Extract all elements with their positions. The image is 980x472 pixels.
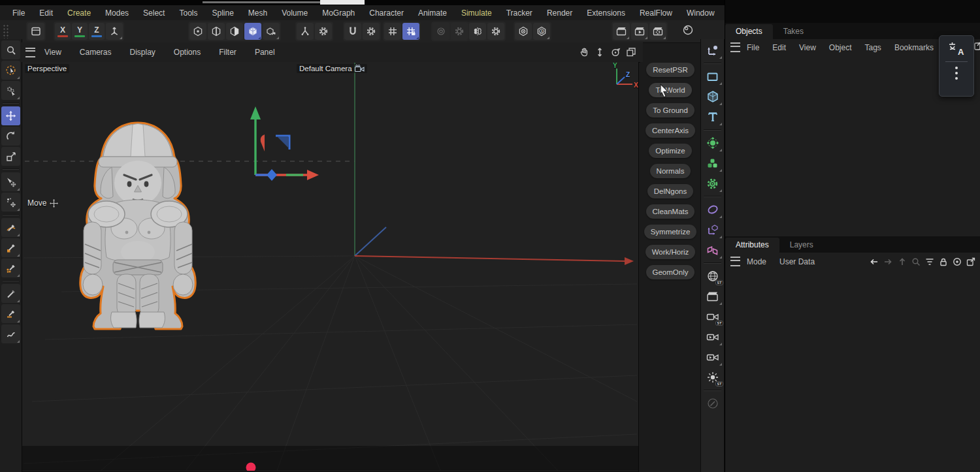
rotate-tool[interactable] [1, 127, 20, 146]
objects-menu-view[interactable]: View [792, 43, 823, 52]
tweak-mode-button[interactable] [297, 23, 314, 40]
motext-icon[interactable] [703, 108, 723, 126]
edges-mode-button[interactable] [208, 23, 225, 40]
menu-extensions[interactable]: Extensions [580, 8, 632, 18]
soft-selection-move-tool[interactable] [1, 193, 20, 212]
menu-file[interactable]: File [5, 8, 32, 18]
symmetry-mirror-button[interactable] [469, 23, 486, 40]
geomonly-button[interactable]: GeomOnly [646, 265, 695, 279]
optimize-button[interactable]: Optimize [649, 144, 691, 158]
target-settings-gear-icon-disabled[interactable] [451, 23, 468, 40]
viewport-camera-label[interactable]: Default Camera [297, 64, 367, 73]
attributes-menu-hamburger-icon[interactable] [730, 257, 740, 266]
attributes-menu-user-data[interactable]: User Data [773, 257, 821, 266]
track-focus-icon[interactable] [953, 257, 962, 266]
tab-objects[interactable]: Objects [725, 24, 773, 39]
filter-icon[interactable] [925, 258, 934, 266]
parent-up-icon[interactable] [898, 257, 907, 266]
menu-mograph[interactable]: MoGraph [315, 8, 362, 18]
to-ground-button[interactable]: To Ground [646, 103, 694, 118]
orbit-rotate-icon[interactable] [610, 47, 621, 57]
tab-layers[interactable]: Layers [779, 238, 824, 253]
knife-tool[interactable] [1, 284, 20, 303]
menu-modes[interactable]: Modes [98, 8, 136, 18]
symmetry-object-icon[interactable] [703, 241, 723, 259]
lock-icon[interactable] [939, 257, 948, 266]
subdivision-surface-icon[interactable] [703, 134, 723, 152]
cursor-move-tool[interactable] [1, 172, 20, 191]
sculpt-smear-tool[interactable] [1, 324, 20, 343]
make-editable-button[interactable] [27, 23, 44, 40]
pan-hand-icon[interactable] [579, 47, 589, 57]
translate-icon[interactable]: A [948, 40, 965, 57]
viewport-menu-cameras[interactable]: Cameras [71, 48, 121, 57]
tab-attributes[interactable]: Attributes [725, 238, 779, 253]
menu-realflow[interactable]: RealFlow [632, 8, 679, 18]
history-back-icon[interactable] [869, 257, 879, 266]
scale-tool[interactable] [1, 147, 20, 166]
line-cut-pen-tool[interactable] [1, 304, 20, 323]
menu-animate[interactable]: Animate [411, 8, 454, 18]
live-selection-tool[interactable] [1, 61, 20, 80]
model-mode-button[interactable] [244, 23, 261, 40]
sky-environment-icon[interactable]: ST [703, 267, 723, 285]
object-mode-button[interactable] [263, 23, 280, 40]
menu-tracker[interactable]: Tracker [499, 8, 540, 18]
auto-axis-button[interactable]: A [533, 23, 550, 40]
tool-settings-gears[interactable] [1, 81, 20, 100]
move-tool-selected[interactable] [1, 106, 20, 125]
point-pen-tool[interactable] [1, 259, 20, 277]
stage-clapper-icon[interactable] [703, 287, 723, 306]
spline-circle-icon[interactable] [703, 200, 723, 219]
kebab-menu-icon[interactable] [955, 66, 958, 80]
points-mode-button[interactable] [189, 23, 206, 40]
attributes-search-icon[interactable] [911, 257, 921, 266]
volume-builder-icon[interactable] [703, 154, 723, 172]
detach-panel-icon[interactable] [966, 257, 975, 266]
normals-button[interactable]: Normals [650, 164, 691, 178]
spline-pen-icon[interactable] [703, 41, 723, 59]
light-st-icon[interactable]: ST [703, 368, 723, 386]
render-settings-button[interactable] [649, 23, 666, 40]
disabled-pen-icon[interactable] [703, 394, 723, 413]
toggle-view-layout-icon[interactable] [626, 47, 636, 57]
viewport-menu-view[interactable]: View [35, 48, 71, 57]
viewport-menu-options[interactable]: Options [165, 48, 210, 57]
delngons-button[interactable]: DelNgons [647, 184, 694, 198]
gladiator-model[interactable] [72, 116, 204, 331]
interactive-render-region-button[interactable] [679, 22, 696, 39]
dolly-zoom-icon[interactable] [595, 47, 605, 57]
menu-render[interactable]: Render [540, 8, 580, 18]
workhoriz-button[interactable]: Work/Horiz [645, 245, 696, 259]
symmetry-settings-gear-icon[interactable] [487, 23, 504, 40]
zoom-tool[interactable] [1, 40, 20, 59]
viewport-menu-panel[interactable]: Panel [246, 48, 284, 57]
locked-workplane-button[interactable] [402, 23, 419, 40]
viewport-menu-filter[interactable]: Filter [210, 48, 246, 57]
resetpsr-button[interactable]: ResetPSR [646, 63, 694, 77]
objects-menu-tags[interactable]: Tags [858, 43, 888, 52]
tweak-settings-gear-icon[interactable] [315, 23, 332, 40]
objects-menu-hamburger-icon[interactable] [730, 42, 740, 52]
external-link-partial-icon[interactable] [974, 40, 980, 51]
coordinate-system-button[interactable] [106, 23, 123, 40]
menu-window[interactable]: Window [679, 8, 722, 18]
menu-simulate[interactable]: Simulate [454, 8, 499, 18]
enable-axis-button[interactable] [515, 23, 532, 40]
viewport-menu-hamburger-icon[interactable] [25, 48, 35, 57]
toolbar-grip[interactable] [3, 24, 9, 39]
objects-menu-file[interactable]: File [740, 43, 766, 52]
render-view-button[interactable] [613, 23, 630, 40]
polygons-mode-button[interactable] [226, 23, 243, 40]
camera-animated-icon[interactable] [703, 328, 723, 346]
tab-takes[interactable]: Takes [773, 24, 814, 39]
y-axis-lock-button[interactable]: Y [72, 23, 88, 40]
z-axis-lock-button[interactable]: Z [89, 23, 105, 40]
menu-tools[interactable]: Tools [172, 8, 204, 18]
cleanmats-button[interactable]: CleanMats [646, 204, 695, 219]
snap-settings-gear-icon[interactable] [363, 23, 380, 40]
modeling-settings-button-disabled[interactable] [433, 23, 449, 40]
objects-menu-object[interactable]: Object [823, 43, 858, 52]
camera-st-icon[interactable]: ST [703, 307, 723, 326]
spline-rectangle-icon[interactable] [703, 67, 723, 86]
